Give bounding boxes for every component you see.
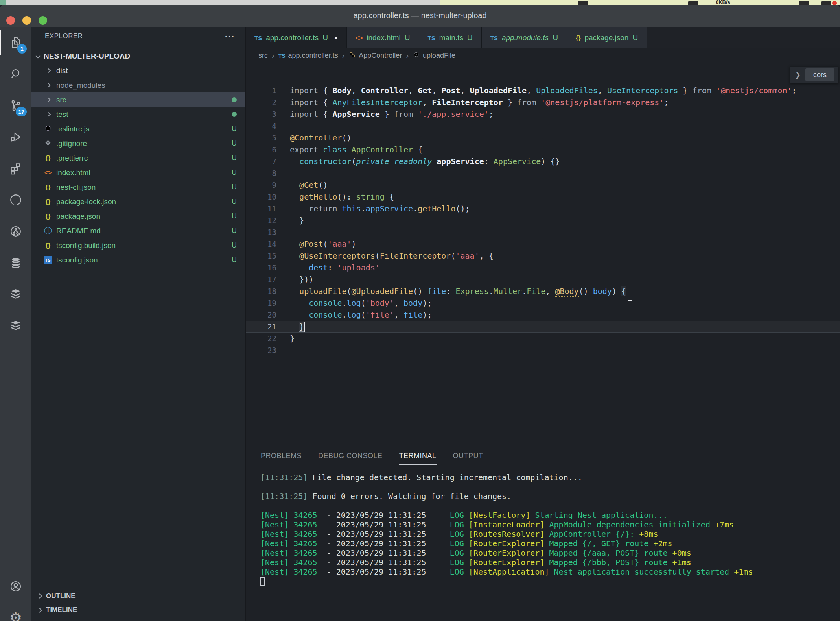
code-line[interactable]: 2import { AnyFilesInterceptor, FileInter…	[246, 96, 840, 108]
code-line[interactable]: 8	[246, 167, 840, 179]
line-number[interactable]: 8	[246, 167, 276, 179]
find-expand-chevron-icon[interactable]: ❯	[795, 70, 801, 79]
find-input[interactable]: cors	[805, 68, 834, 81]
explorer-item-dist[interactable]: dist	[31, 63, 245, 78]
tab-app.module.ts[interactable]: TSapp.module.tsU	[482, 27, 567, 48]
tab-index.html[interactable]: <>index.htmlU	[347, 27, 419, 48]
line-number[interactable]: 12	[246, 214, 276, 226]
explorer-item-.prettierrc[interactable]: {}.prettierrcU	[31, 151, 245, 165]
tab-package.json[interactable]: {}package.jsonU	[567, 27, 647, 48]
settings-gear-icon[interactable]: ⚙	[0, 602, 31, 621]
line-number[interactable]: 3	[246, 108, 276, 120]
code-line[interactable]: 3import { AppService } from './app.servi…	[246, 108, 840, 120]
source-control-icon[interactable]: 17	[0, 90, 31, 121]
line-number[interactable]: 13	[246, 226, 276, 238]
ts-box-icon: TS	[43, 256, 53, 264]
breadcrumb-item-uploadFile[interactable]: uploadFile	[413, 51, 455, 61]
explorer-actions-ellipsis-icon[interactable]: ···	[225, 32, 245, 41]
line-number[interactable]: 7	[246, 155, 276, 167]
tab-app.controller.ts[interactable]: TSapp.controller.tsU●	[246, 27, 347, 48]
code-line[interactable]: 11 return this.appService.getHello();	[246, 203, 840, 214]
remote-branch-icon[interactable]	[0, 216, 31, 247]
sidebar-section-outline[interactable]: OUTLINE	[31, 589, 245, 603]
explorer-item-tsconfig.json[interactable]: TStsconfig.jsonU	[31, 253, 245, 267]
tab-main.ts[interactable]: TSmain.tsU	[419, 27, 482, 48]
code-line[interactable]: 22}	[246, 333, 840, 344]
code-line[interactable]: 23	[246, 344, 840, 356]
line-number[interactable]: 19	[246, 297, 276, 309]
panel-tab-problems[interactable]: PROBLEMS	[261, 445, 302, 467]
code-line[interactable]: 6export class AppController {	[246, 144, 840, 155]
code-line[interactable]: 9 @Get()	[246, 179, 840, 191]
code-line[interactable]: 20 console.log('file', file);	[246, 309, 840, 321]
explorer-item-src[interactable]: src	[31, 92, 245, 107]
sidebar-section-timeline[interactable]: TIMELINE	[31, 603, 245, 617]
redis-icon[interactable]	[0, 310, 31, 342]
explorer-item-package-lock.json[interactable]: {}package-lock.jsonU	[31, 194, 245, 209]
code-text: return this.appService.getHello();	[276, 203, 470, 214]
line-number[interactable]: 20	[246, 309, 276, 321]
code-line[interactable]: 10 getHello(): string {	[246, 191, 840, 203]
explorer-item-node_modules[interactable]: node_modules	[31, 78, 245, 92]
line-number[interactable]: 5	[246, 132, 276, 144]
run-debug-icon[interactable]	[0, 121, 31, 153]
code-text: getHello(): string {	[276, 191, 394, 203]
breadcrumb-item-AppController[interactable]: AppController	[348, 51, 402, 61]
line-number[interactable]: 11	[246, 203, 276, 214]
line-number[interactable]: 6	[246, 144, 276, 155]
line-number[interactable]: 23	[246, 344, 276, 356]
line-number[interactable]: 14	[246, 238, 276, 250]
code-line[interactable]: 16 dest: 'uploads'	[246, 262, 840, 274]
dirty-indicator[interactable]: ●	[334, 35, 337, 41]
code-line[interactable]: 21 }	[246, 321, 840, 333]
explorer-item-nest-cli.json[interactable]: {}nest-cli.jsonU	[31, 180, 245, 194]
code-line[interactable]: 15 @UseInterceptors(FileInterceptor('aaa…	[246, 250, 840, 262]
explorer-item-tsconfig.build.json[interactable]: {}tsconfig.build.jsonU	[31, 238, 245, 253]
explorer-item-README.md[interactable]: ⓘREADME.mdU	[31, 224, 245, 238]
code-line[interactable]: 13	[246, 226, 840, 238]
code-line[interactable]: 7 constructor(private readonly appServic…	[246, 155, 840, 167]
line-number[interactable]: 9	[246, 179, 276, 191]
line-number[interactable]: 18	[246, 285, 276, 297]
workspace-root-row[interactable]: NEST-MULTER-UPLOAD	[31, 49, 245, 63]
redis-icon[interactable]	[0, 279, 31, 310]
extensions-icon[interactable]	[0, 153, 31, 184]
line-number[interactable]: 16	[246, 262, 276, 274]
line-number[interactable]: 15	[246, 250, 276, 262]
explorer-item-package.json[interactable]: {}package.jsonU	[31, 209, 245, 224]
explorer-icon[interactable]: 1	[0, 27, 31, 58]
explorer-item-.eslintrc.js[interactable]: .eslintrc.jsU	[31, 122, 245, 136]
edge-browser-icon[interactable]	[0, 184, 31, 216]
line-number[interactable]: 1	[246, 85, 276, 96]
code-line[interactable]: 4	[246, 120, 840, 132]
line-number[interactable]: 4	[246, 120, 276, 132]
panel-tab-output[interactable]: OUTPUT	[453, 445, 483, 467]
line-number[interactable]: 21	[246, 321, 276, 333]
panel-tab-debug-console[interactable]: DEBUG CONSOLE	[318, 445, 383, 467]
code-line[interactable]: 14 @Post('aaa')	[246, 238, 840, 250]
line-number[interactable]: 22	[246, 333, 276, 344]
breadcrumb-item-app.controller.ts[interactable]: TSapp.controller.ts	[278, 52, 338, 60]
code-line[interactable]: 17 }))	[246, 274, 840, 285]
line-number[interactable]: 2	[246, 96, 276, 108]
explorer-item-index.html[interactable]: <>index.htmlU	[31, 165, 245, 180]
panel-tab-terminal[interactable]: TERMINAL	[399, 445, 437, 467]
code-line[interactable]: 19 console.log('body', body);	[246, 297, 840, 309]
code-line[interactable]: 5@Controller()	[246, 132, 840, 144]
find-widget[interactable]: ❯ cors	[790, 66, 838, 83]
line-number[interactable]: 10	[246, 191, 276, 203]
explorer-item-.gitignore[interactable]: .gitignoreU	[31, 136, 245, 151]
file-label: tsconfig.json	[56, 256, 98, 264]
database-icon[interactable]	[0, 247, 31, 279]
account-icon[interactable]	[0, 571, 31, 602]
breadcrumb-item-src[interactable]: src	[258, 52, 268, 60]
terminal-output[interactable]: [11:31:25] File change detected. Startin…	[260, 473, 836, 621]
line-number[interactable]: 17	[246, 274, 276, 285]
code-line[interactable]: 12 }	[246, 214, 840, 226]
explorer-item-test[interactable]: test	[31, 107, 245, 122]
code-editor[interactable]: 1import { Body, Controller, Get, Post, U…	[246, 63, 840, 445]
terminal-line: [11:31:25] Found 0 errors. Watching for …	[260, 492, 836, 501]
code-line[interactable]: 18 uploadFile(@UploadedFile() file: Expr…	[246, 285, 840, 297]
code-line[interactable]: 1import { Body, Controller, Get, Post, U…	[246, 85, 840, 96]
search-icon[interactable]	[0, 58, 31, 90]
